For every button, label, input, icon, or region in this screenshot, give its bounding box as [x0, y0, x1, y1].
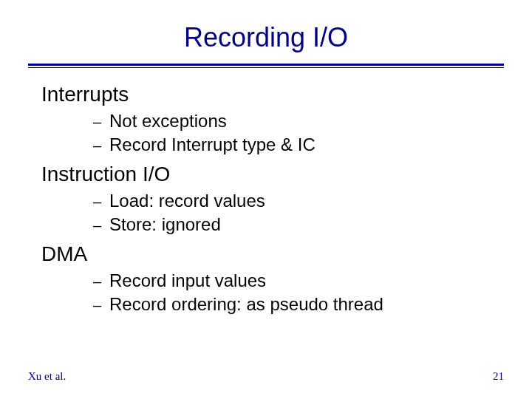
title-rule [28, 64, 504, 68]
list-item-text: Record input values [109, 270, 266, 291]
dash-icon: – [93, 137, 109, 154]
section-heading: Interrupts [41, 83, 491, 106]
section-heading: Instruction I/O [41, 163, 491, 186]
section-heading: DMA [41, 242, 491, 266]
list-item-text: Load: record values [109, 191, 265, 211]
footer-author: Xu et al. [28, 370, 66, 383]
list-item-text: Not exceptions [109, 111, 227, 132]
dash-icon: – [93, 217, 109, 234]
content-area: Interrupts – Not exceptions – Record Int… [41, 83, 491, 318]
dash-icon: – [93, 273, 109, 290]
footer-page-number: 21 [493, 370, 504, 383]
slide-title: Recording I/O [0, 22, 532, 53]
list-item: – Store: ignored [93, 214, 491, 235]
list-item-text: Record ordering: as pseudo thread [109, 294, 383, 315]
list-item: – Load: record values [93, 191, 491, 211]
list-item: – Record ordering: as pseudo thread [93, 294, 491, 315]
dash-icon: – [93, 297, 109, 314]
list-item: – Not exceptions [93, 111, 491, 132]
list-item: – Record input values [93, 270, 491, 291]
list-item: – Record Interrupt type & IC [93, 134, 491, 155]
dash-icon: – [93, 194, 109, 211]
list-item-text: Record Interrupt type & IC [109, 134, 316, 155]
slide: Recording I/O Interrupts – Not exception… [0, 0, 532, 399]
list-item-text: Store: ignored [109, 214, 221, 235]
dash-icon: – [93, 114, 109, 131]
